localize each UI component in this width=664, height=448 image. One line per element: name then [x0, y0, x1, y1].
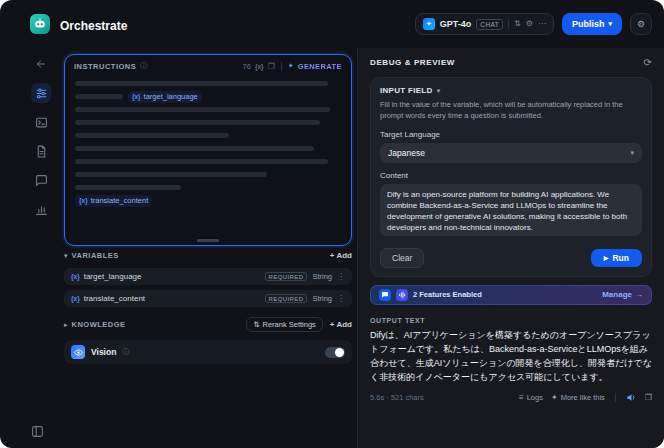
char-count: 76	[243, 62, 251, 71]
chevron-right-icon[interactable]: ▸	[64, 321, 68, 329]
model-name: GPT-4o	[440, 19, 472, 29]
sidebar-item-monitoring[interactable]	[31, 199, 51, 219]
sidebar	[28, 54, 54, 219]
target-language-select[interactable]: Japanese ▾	[380, 143, 642, 163]
debug-preview-panel: DEBUG & PREVIEW ⟳ INPUT FIELD ▾ Fill in …	[357, 48, 664, 448]
skeleton-line	[75, 159, 328, 164]
vision-feature-row: Vision ⓘ	[64, 340, 352, 364]
features-bar[interactable]: 2 Features Enabled Manage →	[370, 285, 652, 305]
variable-row-target-language[interactable]: {x} target_language REQUIRED String ⋮	[64, 268, 352, 285]
skeleton-line	[75, 120, 320, 125]
app-settings-button[interactable]: ⚙	[630, 13, 652, 35]
copy-icon[interactable]: ❐	[645, 393, 652, 402]
back-icon[interactable]	[31, 54, 51, 74]
sidebar-item-logs[interactable]	[31, 141, 51, 161]
feature-speech-icon	[396, 289, 408, 301]
instructions-header: INSTRUCTIONS ⓘ 76 {x} ❐ ✦ GENERATE	[65, 55, 351, 75]
target-language-label: Target Language	[380, 130, 642, 139]
variable-chip-translate-content: {x}translate_content	[75, 195, 152, 207]
page-title: Orchestrate	[60, 19, 127, 33]
add-variable-button[interactable]: + Add	[330, 251, 352, 260]
skeleton-line	[75, 185, 181, 190]
run-button[interactable]: ▶ Run	[591, 249, 642, 267]
debug-preview-title: DEBUG & PREVIEW	[370, 58, 455, 67]
arrow-right-icon: →	[635, 290, 643, 299]
more-icon[interactable]: ⋯	[538, 20, 546, 28]
skeleton-line	[75, 133, 229, 138]
type-label: String	[312, 272, 332, 281]
skeleton-line	[75, 107, 330, 112]
collapse-sidebar-icon[interactable]	[31, 425, 44, 438]
play-icon: ▶	[604, 254, 609, 261]
publish-button[interactable]: Publish ▾	[562, 13, 622, 35]
content-label: Content	[380, 171, 642, 180]
header-actions: GPT-4o CHAT ⇅ ⚙ ⋯ Publish ▾ ⚙	[415, 13, 652, 35]
sliders-icon: ⇅	[253, 320, 259, 329]
output-text-title: OUTPUT TEXT	[370, 317, 652, 324]
mode-chip: CHAT	[476, 19, 503, 30]
knowledge-title: KNOWLEDGE	[72, 320, 126, 329]
clear-button[interactable]: Clear	[380, 248, 424, 268]
instructions-editor[interactable]: INSTRUCTIONS ⓘ 76 {x} ❐ ✦ GENERATE {x}ta…	[64, 54, 352, 246]
info-icon: ⓘ	[140, 61, 147, 71]
divider	[508, 19, 509, 29]
gear-icon: ⚙	[637, 19, 645, 29]
skeleton-line	[75, 94, 123, 99]
info-icon: ⓘ	[122, 347, 129, 357]
required-badge: REQUIRED	[265, 294, 308, 303]
settings-icon[interactable]: ⚙	[526, 20, 533, 28]
sidebar-item-orchestrate[interactable]	[31, 83, 51, 103]
variable-chip-target-language: {x}target_language	[128, 91, 202, 103]
sidebar-item-api-access[interactable]	[31, 112, 51, 132]
divider	[615, 393, 616, 402]
generate-button[interactable]: GENERATE	[298, 62, 342, 71]
speaker-icon[interactable]	[626, 392, 637, 403]
eye-icon	[71, 345, 85, 359]
required-badge: REQUIRED	[265, 272, 308, 281]
resize-handle[interactable]	[197, 239, 219, 242]
output-stats: 5.6s · 521 chars	[370, 393, 424, 402]
variable-token-icon: {x}	[71, 273, 80, 280]
sparkle-icon: ✦	[288, 62, 294, 70]
output-text: Difyは、AIアプリケーションを構築するためのオープンソースプラットフォームで…	[370, 329, 652, 385]
vision-label: Vision	[91, 347, 116, 357]
variable-token-icon: {x}	[71, 295, 80, 302]
prompt-content[interactable]: {x}target_language {x}translate_content	[65, 75, 351, 207]
chevron-down-icon: ▾	[608, 20, 612, 28]
features-enabled-label: 2 Features Enabled	[413, 290, 482, 299]
chevron-down-icon: ▾	[630, 149, 634, 157]
variable-token-icon[interactable]: {x}	[255, 63, 264, 70]
add-knowledge-button[interactable]: + Add	[330, 320, 352, 329]
feature-chat-icon	[379, 289, 391, 301]
skeleton-line	[75, 172, 267, 177]
row-menu-icon[interactable]: ⋮	[337, 294, 345, 303]
content-textarea[interactable]: Dify is an open-source platform for buil…	[380, 184, 642, 236]
chevron-down-icon[interactable]: ▾	[437, 87, 441, 95]
input-field-title: INPUT FIELD	[380, 86, 433, 95]
logs-button[interactable]: ≡ Logs	[519, 393, 543, 402]
variables-header: ▾ VARIABLES + Add	[64, 251, 352, 260]
input-field-card: INPUT FIELD ▾ Fill in the value of the v…	[370, 77, 652, 277]
variables-title: VARIABLES	[72, 251, 119, 260]
knowledge-header: ▸ KNOWLEDGE ⇅ Rerank Settings + Add	[64, 317, 352, 332]
list-icon: ≡	[519, 393, 524, 402]
sidebar-item-annotations[interactable]	[31, 170, 51, 190]
divider	[281, 62, 282, 71]
model-selector[interactable]: GPT-4o CHAT ⇅ ⚙ ⋯	[415, 13, 554, 35]
publish-label: Publish	[572, 19, 605, 29]
variable-row-translate-content[interactable]: {x} translate_content REQUIRED String ⋮	[64, 290, 352, 307]
sliders-icon[interactable]: ⇅	[514, 20, 521, 28]
more-like-this-button[interactable]: ✦ More like this	[551, 393, 605, 402]
chevron-down-icon[interactable]: ▾	[64, 252, 68, 260]
rerank-settings-button[interactable]: ⇅ Rerank Settings	[246, 317, 323, 332]
manage-features-button[interactable]: Manage →	[602, 290, 643, 299]
refresh-icon[interactable]: ⟳	[644, 57, 652, 68]
app-logo-robot-icon	[30, 14, 50, 34]
instructions-title: INSTRUCTIONS	[74, 62, 136, 71]
row-menu-icon[interactable]: ⋮	[337, 272, 345, 281]
copy-icon[interactable]: ❐	[268, 62, 275, 71]
app-window: Orchestrate GPT-4o CHAT ⇅ ⚙ ⋯ Publish ▾ …	[0, 0, 664, 448]
type-label: String	[312, 294, 332, 303]
input-field-description: Fill in the value of the variable, which…	[380, 100, 642, 122]
vision-toggle[interactable]	[325, 347, 345, 358]
